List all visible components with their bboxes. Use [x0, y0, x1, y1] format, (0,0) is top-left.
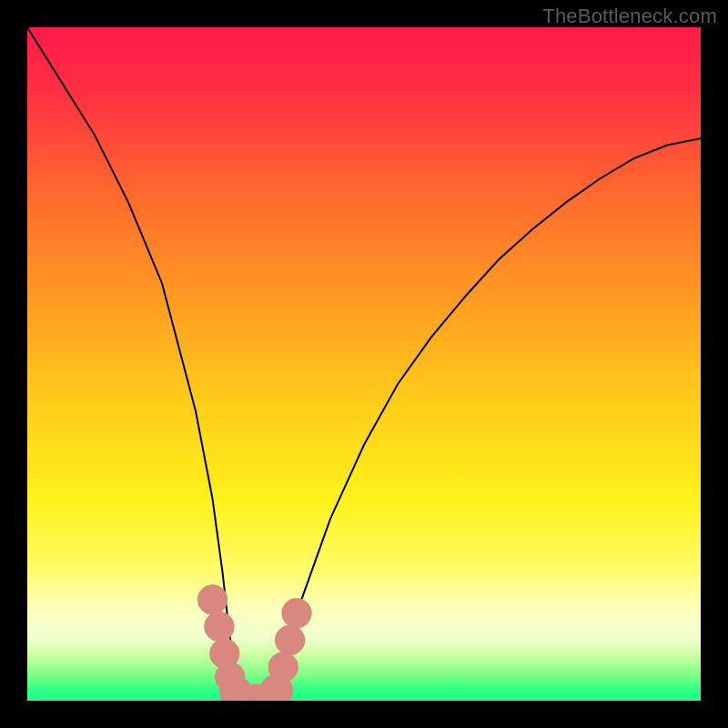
- outer-frame: TheBottleneck.com: [0, 0, 728, 728]
- curve-marker: [205, 612, 235, 642]
- chart-svg: [27, 27, 701, 701]
- watermark-text: TheBottleneck.com: [542, 5, 717, 28]
- curve-marker: [197, 585, 228, 615]
- curve-marker: [282, 599, 312, 629]
- gradient-bg: [27, 27, 701, 701]
- curve-marker: [275, 625, 305, 655]
- curve-marker: [268, 652, 298, 682]
- plot-area: [27, 27, 701, 701]
